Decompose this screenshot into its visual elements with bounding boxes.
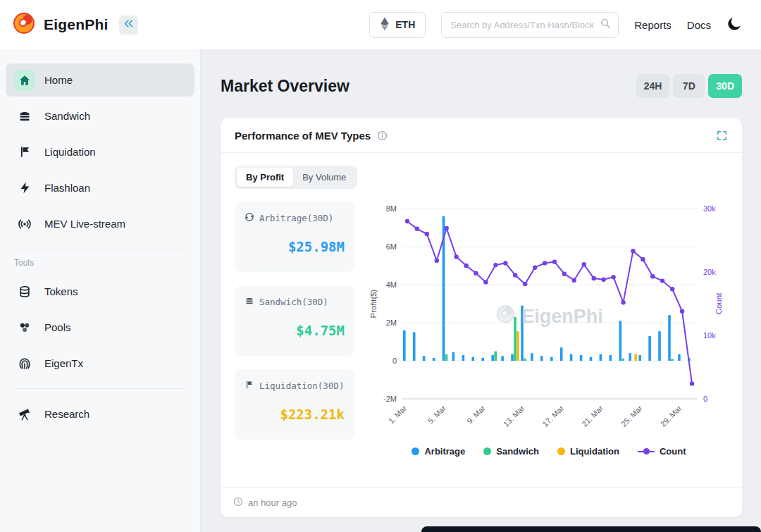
svg-text:30k: 30k xyxy=(703,204,716,213)
svg-text:0: 0 xyxy=(703,395,707,403)
range-7d-button[interactable]: 7D xyxy=(673,74,705,98)
home-icon xyxy=(14,70,35,91)
tab-by-profit[interactable]: By Profit xyxy=(237,168,293,187)
range-24h-button[interactable]: 24H xyxy=(636,74,670,98)
svg-text:-2M: -2M xyxy=(383,395,397,403)
page-header: Market Overview 24H 7D 30D xyxy=(221,72,742,100)
legend-liquidation[interactable]: Liquidation xyxy=(557,446,619,457)
sidebar-item-label: Home xyxy=(44,74,73,86)
sidebar-item-label: Pools xyxy=(44,321,71,333)
svg-text:17. Mar: 17. Mar xyxy=(540,404,565,428)
card-title: Performance of MEV Types xyxy=(235,130,371,142)
sidebar-item-pools[interactable]: Pools xyxy=(6,311,194,344)
arbitrage-legend-dot xyxy=(412,447,419,455)
legend-label: Liquidation xyxy=(570,446,619,457)
svg-text:13. Mar: 13. Mar xyxy=(502,404,526,428)
legend-arbitrage[interactable]: Arbitrage xyxy=(412,446,465,457)
stat-label: Arbitrage(30D) xyxy=(259,213,333,223)
svg-text:25. Mar: 25. Mar xyxy=(619,404,644,428)
collapse-sidebar-button[interactable] xyxy=(119,16,138,35)
eigentx-icon xyxy=(14,353,35,374)
count-legend-marker xyxy=(638,448,655,455)
svg-text:Profit($): Profit($) xyxy=(370,289,378,318)
sidebar-item-mev-live-stream[interactable]: MEV Live-stream xyxy=(6,207,194,240)
clock-icon xyxy=(233,497,243,509)
sidebar-item-home[interactable]: Home xyxy=(6,63,194,97)
chart-legend: Arbitrage Sandwich Liquidation xyxy=(370,446,728,457)
liquidation-legend-dot xyxy=(557,447,565,455)
range-30d-button[interactable]: 30D xyxy=(708,74,742,98)
tokens-icon xyxy=(14,281,35,302)
reports-link[interactable]: Reports xyxy=(634,19,672,31)
double-chevron-left-icon xyxy=(123,18,134,32)
sidebar-item-label: MEV Live-stream xyxy=(44,218,125,230)
flashloan-icon xyxy=(14,178,35,199)
sidebar-item-flashloan[interactable]: Flashloan xyxy=(6,171,194,204)
svg-text:0: 0 xyxy=(392,357,397,365)
sidebar-item-label: Research xyxy=(44,408,89,420)
network-selector-button[interactable]: ETH xyxy=(369,12,426,38)
legend-count[interactable]: Count xyxy=(638,446,686,457)
mev-combo-chart: 8M6M4M2M0-2M30k20k10k01. Mar5. Mar9. Mar… xyxy=(370,202,728,445)
svg-text:21. Mar: 21. Mar xyxy=(580,404,605,428)
sandwich-stat-card: Sandwich(30D) $4.75M xyxy=(235,285,354,356)
last-updated-text: an hour ago xyxy=(248,497,297,508)
time-range-selector: 24H 7D 30D xyxy=(636,74,742,98)
liquidation-small-icon xyxy=(245,380,254,392)
network-label: ETH xyxy=(395,19,415,30)
svg-text:Count: Count xyxy=(714,292,723,314)
search-box[interactable] xyxy=(441,12,619,38)
svg-text:9. Mar: 9. Mar xyxy=(465,404,487,426)
stats-column: Arbitrage(30D) $25.98M Sandwich(30D) xyxy=(235,202,354,457)
ethereum-icon xyxy=(380,17,390,33)
sidebar-item-tokens[interactable]: Tokens xyxy=(6,275,194,308)
sidebar-item-liquidation[interactable]: Liquidation xyxy=(6,135,194,168)
svg-text:4M: 4M xyxy=(386,280,397,289)
svg-text:29. Mar: 29. Mar xyxy=(659,404,683,428)
card-header: Performance of MEV Types xyxy=(221,118,742,153)
stat-value: $4.75M xyxy=(245,323,345,338)
sidebar-item-label: Sandwich xyxy=(44,110,90,122)
svg-text:2M: 2M xyxy=(386,318,397,327)
expand-icon[interactable] xyxy=(716,130,728,142)
mev-chart-area: 8M6M4M2M0-2M30k20k10k01. Mar5. Mar9. Mar… xyxy=(370,202,728,457)
sidebar-item-sandwich[interactable]: Sandwich xyxy=(6,99,194,132)
arbitrage-icon xyxy=(245,212,254,224)
search-icon[interactable] xyxy=(600,18,611,32)
legend-label: Sandwich xyxy=(496,446,539,457)
legend-label: Count xyxy=(660,446,686,457)
tab-by-volume[interactable]: By Volume xyxy=(293,168,355,187)
svg-text:6M: 6M xyxy=(386,242,397,251)
sandwich-small-icon xyxy=(245,296,254,308)
svg-text:8M: 8M xyxy=(386,204,397,213)
tools-section-label: Tools xyxy=(14,258,186,268)
legend-label: Arbitrage xyxy=(424,446,465,457)
card-body: By Profit By Volume Arbitrage(30D) xyxy=(221,153,742,487)
sidebar-item-research[interactable]: Research xyxy=(6,397,194,431)
docs-link[interactable]: Docs xyxy=(687,19,711,31)
pools-icon xyxy=(14,317,35,338)
live-stream-icon xyxy=(14,214,35,235)
info-icon[interactable] xyxy=(377,130,388,141)
search-input[interactable] xyxy=(450,20,594,30)
sidebar-item-eigentx[interactable]: EigenTx xyxy=(6,347,194,380)
stat-value: $223.21k xyxy=(245,407,345,422)
app: EigenPhi ETH Reports Docs xyxy=(0,0,761,532)
liquidation-stat-card: Liquidation(30D) $223.21k xyxy=(235,369,354,440)
sidebar-item-label: Tokens xyxy=(44,285,78,297)
dark-mode-toggle[interactable] xyxy=(726,16,743,35)
svg-text:1. Mar: 1. Mar xyxy=(387,404,409,426)
top-bar: EigenPhi ETH Reports Docs xyxy=(0,0,761,49)
sidebar-divider xyxy=(14,249,186,249)
stat-label: Sandwich(30D) xyxy=(259,297,328,307)
content-row: Home Sandwich Liquidation Flashloan xyxy=(0,49,761,532)
page-title: Market Overview xyxy=(221,77,349,96)
brand-name: EigenPhi xyxy=(44,16,108,33)
main-content: Market Overview 24H 7D 30D Performance o… xyxy=(201,49,761,532)
brand[interactable]: EigenPhi xyxy=(11,11,138,39)
stat-value: $25.98M xyxy=(245,239,345,254)
sandwich-icon xyxy=(14,106,35,127)
research-icon xyxy=(14,404,35,425)
sidebar: Home Sandwich Liquidation Flashloan xyxy=(0,49,201,532)
legend-sandwich[interactable]: Sandwich xyxy=(483,446,539,457)
